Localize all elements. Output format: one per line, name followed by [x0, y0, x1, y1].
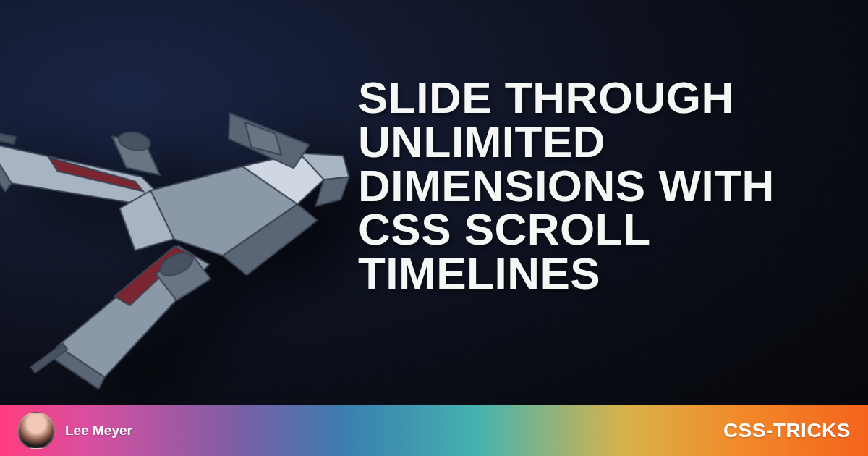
article-title: SLIDE THROUGH UNLIMITED DIMENSIONS WITH … [358, 76, 835, 296]
site-brand: CSS-TRICKS [723, 419, 851, 442]
footer-bar: Lee Meyer CSS-TRICKS [0, 405, 868, 456]
author-name: Lee Meyer [65, 423, 132, 439]
author-avatar [17, 412, 55, 449]
xwing-illustration [0, 3, 380, 402]
svg-rect-18 [0, 129, 16, 144]
author-block: Lee Meyer [17, 412, 132, 449]
social-card: SLIDE THROUGH UNLIMITED DIMENSIONS WITH … [0, 0, 868, 456]
